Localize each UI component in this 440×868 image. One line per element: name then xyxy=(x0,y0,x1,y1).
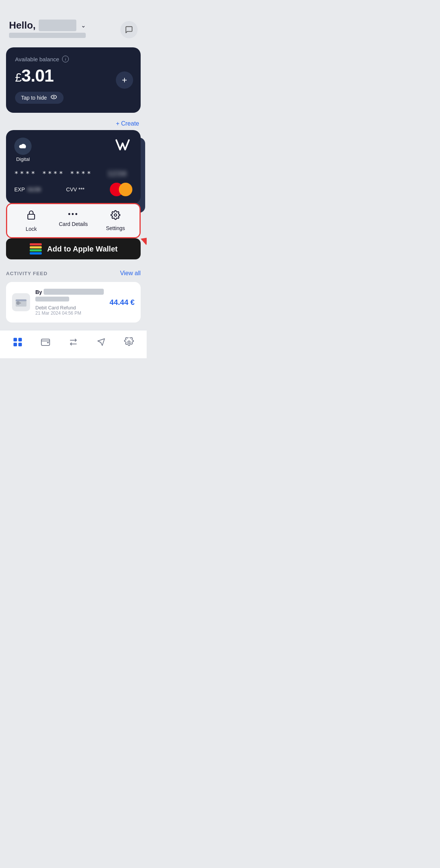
mastercard-logo xyxy=(110,183,132,196)
chevron-down-icon[interactable]: ⌄ xyxy=(81,22,86,29)
activity-header: ACTIVITY FEED View all xyxy=(6,270,141,277)
add-money-button[interactable]: + xyxy=(116,71,133,89)
arrow-annotation xyxy=(137,218,147,250)
nav-transfer-button[interactable] xyxy=(64,336,83,351)
svg-marker-6 xyxy=(141,238,147,245)
message-button[interactable] xyxy=(120,21,138,38)
main-card[interactable]: Digital **** **** **** 1234 xyxy=(6,130,141,204)
svg-rect-13 xyxy=(14,343,17,346)
wallet-nav-icon xyxy=(41,337,50,349)
transaction-by: By xyxy=(35,289,44,295)
svg-rect-12 xyxy=(18,338,22,341)
send-icon xyxy=(96,337,106,349)
settings-nav-icon xyxy=(124,337,134,349)
tap-hide-label: Tap to hide xyxy=(21,95,47,101)
transaction-date: 21 Mar 2024 04:56 PM xyxy=(35,311,104,316)
apple-wallet-button[interactable]: Add to Apple Wallet xyxy=(6,238,141,259)
settings-icon xyxy=(111,210,120,222)
svg-rect-16 xyxy=(47,342,49,343)
create-label: + Create xyxy=(116,120,139,127)
home-icon xyxy=(13,337,23,349)
card-expiry: EXP 01/26 xyxy=(14,186,41,193)
card-cloud-icon xyxy=(14,138,32,155)
create-row: + Create xyxy=(0,119,147,130)
transaction-details: By Debit Card Refund 21 Mar 2024 04:56 P… xyxy=(35,289,104,316)
wallet-stripe-green xyxy=(30,249,42,251)
balance-currency: £ xyxy=(15,71,21,84)
activity-title: ACTIVITY FEED xyxy=(6,271,47,276)
activity-section: ACTIVITY FEED View all By xyxy=(0,262,147,323)
card-number: **** **** **** 1234 xyxy=(14,170,132,177)
card-details-button[interactable]: ••• Card Details xyxy=(52,210,94,232)
account-subtitle xyxy=(9,33,86,38)
transaction-type: Debit Card Refund xyxy=(35,305,104,311)
svg-point-2 xyxy=(53,97,54,97)
card-last-digits: 1234 xyxy=(98,170,127,177)
transaction-sub-blur xyxy=(35,297,69,301)
card-details-icon: ••• xyxy=(68,210,79,218)
card-actions-container: Lock ••• Card Details xyxy=(6,203,141,238)
spacer xyxy=(0,323,147,330)
svg-point-5 xyxy=(114,214,117,217)
card-actions-wrapper: Lock ••• Card Details xyxy=(6,203,141,238)
settings-button[interactable]: Settings xyxy=(94,210,137,232)
screen: Hello, ⌄ Available balance i £3.01 Tap t… xyxy=(0,0,147,358)
nav-wallet-button[interactable] xyxy=(36,336,55,351)
expiry-value: 01/26 xyxy=(26,186,41,192)
tap-to-hide-button[interactable]: Tap to hide xyxy=(15,92,64,104)
transaction-amount: 44.44 € xyxy=(109,298,135,307)
card-container: Digit... **** EXP C... Loc... xyxy=(6,130,141,259)
card-cvv: CVV *** xyxy=(66,186,85,193)
view-all-button[interactable]: View all xyxy=(120,270,141,277)
card-section: Digit... **** EXP C... Loc... xyxy=(0,130,147,259)
svg-rect-14 xyxy=(18,343,22,346)
transaction-icon xyxy=(12,293,30,311)
card-details-label: Card Details xyxy=(59,221,88,227)
apple-wallet-icon xyxy=(29,244,42,254)
nav-send-button[interactable] xyxy=(92,336,111,351)
greeting-name xyxy=(39,20,76,31)
transaction-name-blur xyxy=(44,289,104,295)
balance-amount: £3.01 xyxy=(15,65,132,86)
balance-label: Available balance xyxy=(15,56,59,62)
svg-point-8 xyxy=(16,301,20,305)
wallet-stripe-yellow xyxy=(30,246,42,248)
card-type-label: Digital xyxy=(16,156,30,162)
info-icon[interactable]: i xyxy=(62,56,69,62)
lock-icon xyxy=(26,210,36,223)
svg-rect-10 xyxy=(16,299,27,301)
nav-settings-button[interactable] xyxy=(120,336,138,351)
nav-home-button[interactable] xyxy=(8,336,27,351)
svg-point-9 xyxy=(20,302,21,303)
bottom-nav xyxy=(0,330,147,358)
brand-logo xyxy=(113,138,132,155)
svg-point-17 xyxy=(128,341,130,343)
wallet-stripe-red xyxy=(30,243,42,245)
header-left: Hello, ⌄ xyxy=(9,20,86,38)
header: Hello, ⌄ xyxy=(0,0,147,44)
message-icon xyxy=(125,26,133,34)
svg-rect-11 xyxy=(14,338,17,341)
wallet-stripe-blue xyxy=(30,252,42,254)
card-actions: Lock ••• Card Details xyxy=(7,204,140,237)
create-button[interactable]: + Create xyxy=(116,120,139,127)
activity-card[interactable]: By Debit Card Refund 21 Mar 2024 04:56 P… xyxy=(6,282,141,323)
apple-wallet-label: Add to Apple Wallet xyxy=(47,245,117,253)
card-type-badge: Digital xyxy=(14,138,32,162)
greeting-row: Hello, ⌄ xyxy=(9,20,86,31)
mc-orange-circle xyxy=(119,183,132,196)
balance-card: Available balance i £3.01 Tap to hide + xyxy=(6,47,141,113)
greeting-text: Hello, xyxy=(9,20,36,31)
eye-icon xyxy=(50,94,58,101)
lock-label: Lock xyxy=(26,226,37,232)
lock-button[interactable]: Lock xyxy=(10,210,52,232)
svg-rect-4 xyxy=(28,214,35,219)
balance-label-row: Available balance i xyxy=(15,56,132,62)
transfer-icon xyxy=(68,337,78,349)
settings-label: Settings xyxy=(106,225,125,231)
